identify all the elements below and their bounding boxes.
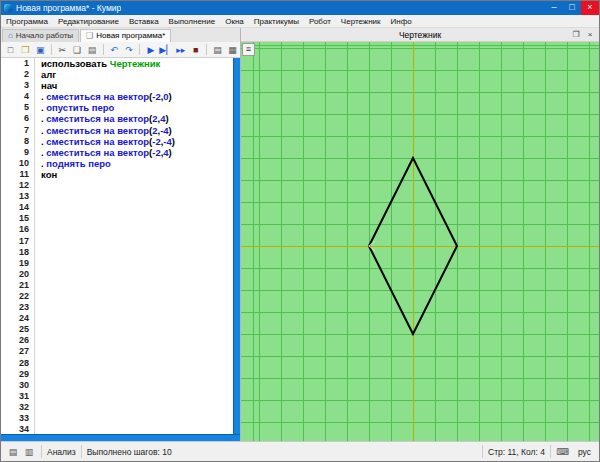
drawer-window: Чертежник ❐× ≡	[241, 28, 599, 441]
tab-2[interactable]: ❑Новая программа*	[80, 29, 171, 42]
title-bar: Новая программа* - Кумир –□×	[1, 1, 599, 15]
menu-item-1[interactable]: Программа	[1, 15, 53, 28]
line-number: 23	[1, 302, 29, 313]
drawer-title: Чертежник	[399, 30, 441, 40]
drawer-close-button[interactable]: ×	[583, 29, 597, 42]
menu-item-9[interactable]: Инфо	[386, 15, 417, 28]
new-file-button[interactable]: □	[3, 43, 18, 57]
statusbar-right: Стр: 11, Кол: 4 ⌨ рус	[482, 445, 594, 458]
run-step-button[interactable]: ▶▏	[158, 43, 173, 57]
drawer-menu-button[interactable]: ≡	[242, 43, 255, 56]
tab-1[interactable]: ⌂Начало работы	[2, 29, 79, 42]
keyboard-layout: рус	[575, 447, 594, 457]
toolbar-separator	[139, 44, 140, 55]
menu-item-3[interactable]: Вставка	[124, 15, 164, 28]
maximize-button[interactable]: □	[563, 1, 581, 15]
toolbar-separator	[206, 44, 207, 55]
line-number: 33	[1, 413, 29, 424]
statusbar-separator	[81, 445, 82, 458]
pen-path-line	[369, 158, 457, 334]
statusbar-separator	[41, 445, 42, 458]
statusbar-separator	[482, 445, 483, 458]
open-folder-icon: ❒	[21, 45, 29, 55]
line-number: 3	[1, 80, 29, 91]
save-button[interactable]: ▣	[33, 43, 48, 57]
line-number: 17	[1, 236, 29, 247]
menu-item-4[interactable]: Выполнение	[164, 15, 221, 28]
steps-counter: Выполнено шагов: 10	[87, 447, 172, 457]
code-editor[interactable]: 1234567891011121314151617181920212223242…	[1, 58, 240, 434]
run-icon: ▶	[147, 45, 154, 55]
layout-icon[interactable]: ▥	[22, 447, 36, 457]
console-button[interactable]: ▤	[210, 43, 225, 57]
line-number: 14	[1, 202, 29, 213]
float-icon: ❐	[572, 30, 579, 39]
cursor-position: Стр: 11, Кол: 4	[488, 447, 545, 457]
undo-icon: ↶	[110, 45, 118, 55]
tab-bar: ⌂Начало работы❑Новая программа*	[1, 28, 240, 42]
drawer-title-bar[interactable]: Чертежник ❐×	[241, 28, 599, 42]
horizontal-scrollbar[interactable]	[1, 434, 240, 441]
console-icon: ▤	[213, 45, 222, 55]
line-number: 2	[1, 69, 29, 80]
run-button[interactable]: ▶	[143, 43, 158, 57]
line-number: 4	[1, 91, 29, 102]
open-folder-button[interactable]: ❒	[18, 43, 33, 57]
minimize-icon: –	[551, 2, 556, 12]
close-icon: ×	[587, 2, 592, 12]
menu-item-7[interactable]: Робот	[304, 15, 336, 28]
line-number: 9	[1, 147, 29, 158]
save-icon: ▣	[36, 45, 45, 55]
stop-icon: ■	[193, 45, 198, 55]
new-file-icon: □	[8, 45, 13, 55]
line-number: 22	[1, 291, 29, 302]
drawer-canvas[interactable]: ≡	[241, 42, 599, 441]
code-area[interactable]: использовать Чертежникалгнач. сместиться…	[35, 58, 240, 434]
code-line: . поднять перо	[41, 158, 240, 169]
copy-button[interactable]: ❏	[70, 43, 85, 57]
line-number: 26	[1, 335, 29, 346]
menu-item-5[interactable]: Окна	[220, 15, 249, 28]
window-controls: –□×	[545, 1, 599, 15]
close-button[interactable]: ×	[581, 1, 599, 15]
run-step-icon: ▶▏	[159, 45, 173, 55]
line-number-gutter: 1234567891011121314151617181920212223242…	[1, 58, 35, 434]
code-line: использовать Чертежник	[41, 58, 240, 69]
code-line: . сместиться на вектор(2,-4)	[41, 125, 240, 136]
code-line: . сместиться на вектор(2,4)	[41, 113, 240, 124]
vertical-scrollbar[interactable]	[233, 58, 240, 434]
cut-button[interactable]: ✂	[55, 43, 70, 57]
run-to-cursor-button[interactable]: ▸▸	[173, 43, 188, 57]
code-line: кон	[41, 169, 240, 180]
field-window-icon: ▦	[228, 45, 237, 55]
line-number: 19	[1, 258, 29, 269]
document-icon: ❑	[86, 30, 93, 42]
line-number: 32	[1, 402, 29, 413]
minimize-button[interactable]: –	[545, 1, 563, 15]
line-number: 31	[1, 391, 29, 402]
app-icon	[4, 4, 12, 12]
float-button[interactable]: ❐	[569, 29, 583, 42]
toolbar-separator	[51, 44, 52, 55]
toolbar-separator	[103, 44, 104, 55]
menu-item-2[interactable]: Редактирование	[53, 15, 124, 28]
paste-button[interactable]: ▤	[85, 43, 100, 57]
menu-item-6[interactable]: Практикумы	[249, 15, 304, 28]
editor-pane: ⌂Начало работы❑Новая программа* □❒▣✂❏▤↶↷…	[1, 28, 241, 441]
line-number: 29	[1, 369, 29, 380]
run-to-cursor-icon: ▸▸	[176, 45, 185, 55]
drawer-close-icon: ×	[588, 30, 593, 39]
code-line: . сместиться на вектор(-2,-4)	[41, 136, 240, 147]
home-icon: ⌂	[8, 30, 13, 42]
window-title: Новая программа* - Кумир	[16, 3, 121, 13]
stop-button[interactable]: ■	[188, 43, 203, 57]
field-window-button[interactable]: ▦	[225, 43, 240, 57]
line-number: 34	[1, 424, 29, 434]
menu-icon: ≡	[246, 44, 251, 54]
redo-button[interactable]: ↷	[121, 43, 136, 57]
keyboard-icon: ⌨	[556, 447, 570, 457]
undo-button[interactable]: ↶	[107, 43, 122, 57]
menu-item-8[interactable]: Чертежник	[336, 15, 386, 28]
line-number: 8	[1, 136, 29, 147]
console-icon[interactable]: ▤	[6, 447, 20, 457]
